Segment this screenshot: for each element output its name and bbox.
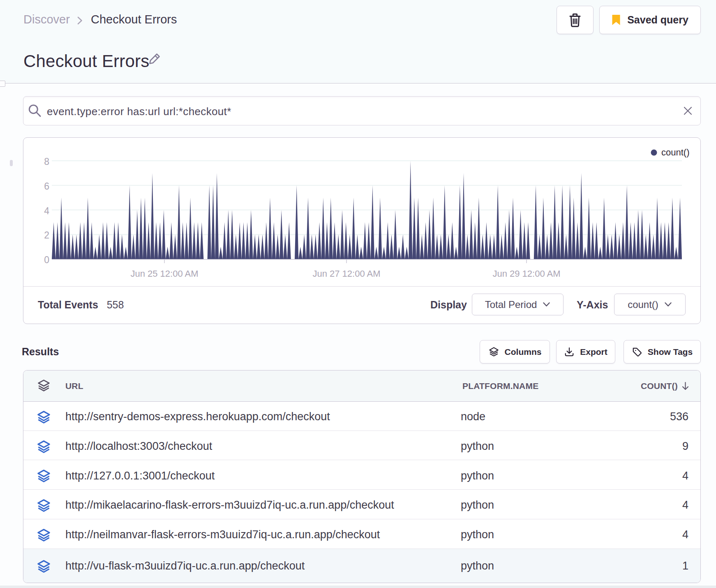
- svg-text:count(): count(): [661, 147, 689, 157]
